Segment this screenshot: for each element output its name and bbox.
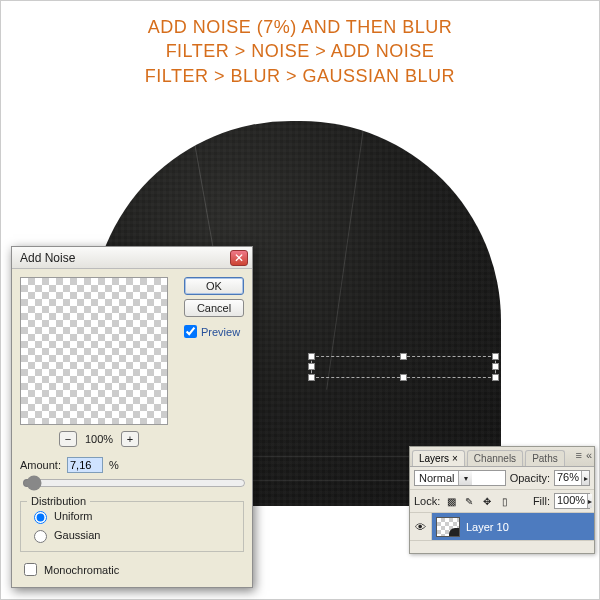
preview-box[interactable] xyxy=(20,277,168,425)
dialog-titlebar[interactable]: Add Noise ✕ xyxy=(12,247,252,269)
amount-slider[interactable] xyxy=(22,475,246,491)
add-noise-dialog: Add Noise ✕ − 100% + OK Cancel Preview xyxy=(11,246,253,588)
blend-mode-dropdown[interactable]: Normal ▾ xyxy=(414,470,506,486)
opacity-flyout-icon: ▸ xyxy=(581,471,589,485)
ok-button[interactable]: OK xyxy=(184,277,244,295)
layer-thumbnail[interactable] xyxy=(436,517,460,537)
lock-label: Lock: xyxy=(414,495,440,507)
amount-unit: % xyxy=(109,459,119,471)
fill-flyout-icon: ▸ xyxy=(587,494,592,508)
layer-name: Layer 10 xyxy=(466,521,509,533)
tab-paths[interactable]: Paths xyxy=(525,450,565,466)
tab-layers[interactable]: Layers× xyxy=(412,450,465,466)
preview-checkbox[interactable] xyxy=(184,325,197,338)
dialog-title: Add Noise xyxy=(20,251,75,265)
uniform-radio[interactable] xyxy=(34,511,47,524)
instruction-text: ADD NOISE (7%) AND THEN BLUR FILTER > NO… xyxy=(1,15,599,88)
amount-input[interactable] xyxy=(67,457,103,473)
monochromatic-checkbox[interactable] xyxy=(24,563,37,576)
eye-icon: 👁 xyxy=(415,521,426,533)
close-icon[interactable]: ✕ xyxy=(230,250,248,266)
opacity-label: Opacity: xyxy=(510,472,550,484)
amount-label: Amount: xyxy=(20,459,61,471)
zoom-value: 100% xyxy=(85,433,113,445)
lock-position-icon[interactable]: ✥ xyxy=(480,494,494,508)
uniform-radio-row[interactable]: Uniform xyxy=(29,508,235,524)
zoom-out-button[interactable]: − xyxy=(59,431,77,447)
fill-field[interactable]: 100% ▸ xyxy=(554,493,590,509)
transform-bounding-box[interactable] xyxy=(311,356,496,378)
opacity-field[interactable]: 76% ▸ xyxy=(554,470,590,486)
gaussian-radio-row[interactable]: Gaussian xyxy=(29,527,235,543)
lock-paint-icon[interactable]: ✎ xyxy=(462,494,476,508)
lock-transparent-icon[interactable]: ▩ xyxy=(444,494,458,508)
chevron-down-icon: ▾ xyxy=(458,471,472,485)
panel-collapse-icon[interactable]: ≡ xyxy=(575,449,581,461)
layers-empty-area[interactable] xyxy=(410,541,594,553)
monochromatic-row[interactable]: Monochromatic xyxy=(12,558,252,587)
layers-panel: Layers× Channels Paths ≡ « Normal ▾ Opac… xyxy=(409,446,595,554)
preview-label: Preview xyxy=(201,326,240,338)
lock-all-icon[interactable]: ▯ xyxy=(498,494,512,508)
cancel-button[interactable]: Cancel xyxy=(184,299,244,317)
zoom-in-button[interactable]: + xyxy=(121,431,139,447)
fill-label: Fill: xyxy=(533,495,550,507)
panel-menu-icon[interactable]: « xyxy=(586,449,592,461)
visibility-toggle[interactable]: 👁 xyxy=(410,513,432,540)
distribution-legend: Distribution xyxy=(27,495,90,507)
layer-row[interactable]: Layer 10 xyxy=(432,513,594,540)
tab-channels[interactable]: Channels xyxy=(467,450,523,466)
distribution-group: Distribution Uniform Gaussian xyxy=(20,501,244,552)
preview-checkbox-row[interactable]: Preview xyxy=(184,325,244,338)
gaussian-radio[interactable] xyxy=(34,530,47,543)
